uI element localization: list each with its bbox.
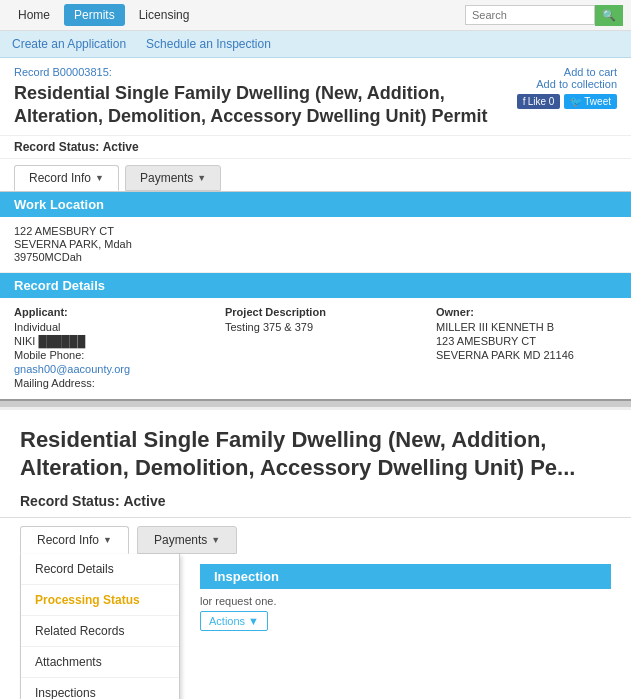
search-input[interactable] bbox=[465, 5, 595, 25]
nav-permits[interactable]: Permits bbox=[64, 4, 125, 26]
panel2-tab-payments-label: Payments bbox=[154, 533, 207, 547]
project-value: Testing 375 & 379 bbox=[225, 321, 406, 333]
panel2-tab-payments[interactable]: Payments ▼ bbox=[137, 526, 237, 554]
project-col: Project Description Testing 375 & 379 bbox=[225, 306, 406, 391]
add-to-collection-link[interactable]: Add to collection bbox=[517, 78, 617, 90]
work-location-address1: 122 AMESBURY CT bbox=[14, 225, 617, 237]
panel2-tab-payments-arrow: ▼ bbox=[211, 535, 220, 545]
twitter-tweet-button[interactable]: 🐦 Tweet bbox=[564, 94, 617, 109]
owner-address1: 123 AMESBURY CT bbox=[436, 335, 617, 347]
tw-label: Tweet bbox=[584, 96, 611, 107]
create-application-link[interactable]: Create an Application bbox=[12, 37, 126, 51]
twitter-icon: 🐦 bbox=[570, 96, 582, 107]
owner-col: Owner: MILLER III KENNETH B 123 AMESBURY… bbox=[436, 306, 617, 391]
dropdown-menu: Record Details Processing Status Related… bbox=[20, 554, 180, 699]
tab-record-info-arrow: ▼ bbox=[95, 173, 104, 183]
schedule-inspection-link[interactable]: Schedule an Inspection bbox=[146, 37, 271, 51]
applicant-mobile-label: Mobile Phone: bbox=[14, 349, 195, 361]
dropdown-record-details[interactable]: Record Details bbox=[21, 554, 179, 585]
work-location-body: 122 AMESBURY CT SEVERNA PARK, Mdah 39750… bbox=[0, 217, 631, 273]
details-grid: Applicant: Individual NIKI ██████ Mobile… bbox=[14, 306, 617, 391]
fb-label: Like 0 bbox=[528, 96, 555, 107]
applicant-type: Individual bbox=[14, 321, 195, 333]
work-location-header: Work Location bbox=[0, 192, 631, 217]
tab-payments[interactable]: Payments ▼ bbox=[125, 165, 221, 191]
work-location-address3: 39750MCDah bbox=[14, 251, 617, 263]
record-title: Residential Single Family Dwelling (New,… bbox=[14, 82, 494, 129]
applicant-email-link[interactable]: gnash00@aacounty.org bbox=[14, 363, 130, 375]
actions-label: Actions bbox=[209, 615, 245, 627]
panel2-main: Inspection lor request one. Actions ▼ bbox=[180, 554, 631, 699]
tab-payments-arrow: ▼ bbox=[197, 173, 206, 183]
actions-arrow-icon: ▼ bbox=[248, 615, 259, 627]
record-status-label: Record Status: bbox=[14, 140, 99, 154]
tabs-bar: Record Info ▼ Payments ▼ bbox=[0, 159, 631, 192]
work-location-address2: SEVERNA PARK, Mdah bbox=[14, 238, 617, 250]
project-label: Project Description bbox=[225, 306, 406, 318]
applicant-mailing-label: Mailing Address: bbox=[14, 377, 195, 389]
record-status-value: Active bbox=[103, 140, 139, 154]
panel2-status: Record Status: Active bbox=[0, 489, 631, 518]
panel2-status-value: Active bbox=[123, 493, 165, 509]
no-inspection-text: lor request one. bbox=[200, 595, 611, 607]
applicant-name: NIKI ██████ bbox=[14, 335, 195, 347]
record-details-body: Applicant: Individual NIKI ██████ Mobile… bbox=[0, 298, 631, 399]
owner-address2: SEVERNA PARK MD 21146 bbox=[436, 349, 617, 361]
dropdown-inspections[interactable]: Inspections bbox=[21, 678, 179, 699]
applicant-email: gnash00@aacounty.org bbox=[14, 363, 195, 375]
dropdown-processing-status[interactable]: Processing Status bbox=[21, 585, 179, 616]
search-box: 🔍 bbox=[465, 5, 623, 26]
record-details-header: Record Details bbox=[0, 273, 631, 298]
record-status: Record Status: Active bbox=[0, 136, 631, 159]
facebook-like-button[interactable]: f Like 0 bbox=[517, 94, 560, 109]
dropdown-related-records[interactable]: Related Records bbox=[21, 616, 179, 647]
owner-name: MILLER III KENNETH B bbox=[436, 321, 617, 333]
tab-payments-label: Payments bbox=[140, 171, 193, 185]
add-to-cart-link[interactable]: Add to cart bbox=[517, 66, 617, 78]
panel2-status-label: Record Status: bbox=[20, 493, 120, 509]
panel2-tab-record-info-arrow: ▼ bbox=[103, 535, 112, 545]
panel2-content: Record Details Processing Status Related… bbox=[0, 554, 631, 699]
actions-button[interactable]: Actions ▼ bbox=[200, 611, 268, 631]
record-actions: Add to cart Add to collection f Like 0 🐦… bbox=[517, 66, 617, 109]
dropdown-attachments[interactable]: Attachments bbox=[21, 647, 179, 678]
panel2-tab-record-info[interactable]: Record Info ▼ bbox=[20, 526, 129, 554]
record-id-link[interactable]: Record B00003815: bbox=[14, 66, 112, 78]
social-buttons: f Like 0 🐦 Tweet bbox=[517, 94, 617, 109]
panel2-tabs: Record Info ▼ Payments ▼ bbox=[0, 518, 631, 554]
fb-icon: f bbox=[523, 96, 526, 107]
top-nav: Home Permits Licensing 🔍 bbox=[0, 0, 631, 31]
tab-record-info[interactable]: Record Info ▼ bbox=[14, 165, 119, 191]
panel2: Residential Single Family Dwelling (New,… bbox=[0, 407, 631, 699]
nav-home[interactable]: Home bbox=[8, 4, 60, 26]
sub-nav: Create an Application Schedule an Inspec… bbox=[0, 31, 631, 58]
nav-licensing[interactable]: Licensing bbox=[129, 4, 200, 26]
applicant-label: Applicant: bbox=[14, 306, 195, 318]
panel2-tab-record-info-label: Record Info bbox=[37, 533, 99, 547]
record-header: Add to cart Add to collection f Like 0 🐦… bbox=[0, 58, 631, 136]
owner-label: Owner: bbox=[436, 306, 617, 318]
tab-record-info-label: Record Info bbox=[29, 171, 91, 185]
applicant-col: Applicant: Individual NIKI ██████ Mobile… bbox=[14, 306, 195, 391]
inspection-section-header: Inspection bbox=[200, 564, 611, 589]
search-button[interactable]: 🔍 bbox=[595, 5, 623, 26]
panel-divider bbox=[0, 399, 631, 407]
panel2-title: Residential Single Family Dwelling (New,… bbox=[0, 410, 631, 489]
